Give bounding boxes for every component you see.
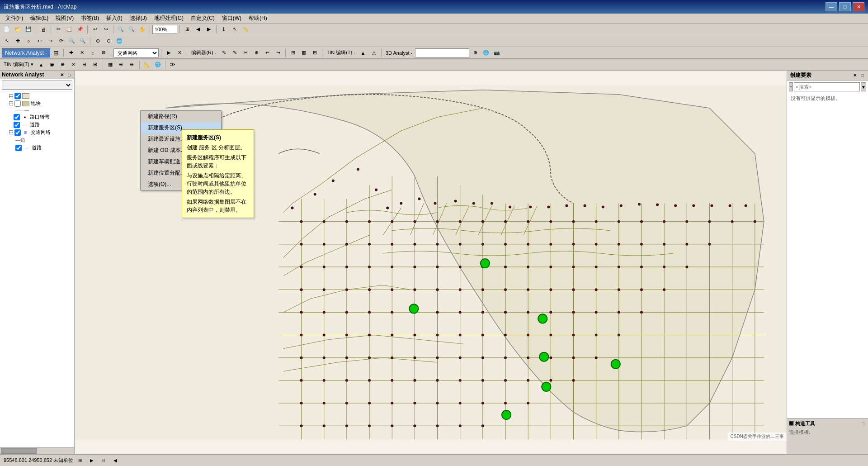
- menu-select[interactable]: 选择(J): [126, 14, 151, 23]
- status-btn-1[interactable]: ⊞: [75, 456, 85, 466]
- right-panel-close[interactable]: ✕: [852, 72, 858, 79]
- toc-check-1[interactable]: [14, 93, 21, 99]
- edit-btn-6[interactable]: ↪: [273, 48, 283, 58]
- na-remove-btn[interactable]: ✕: [77, 48, 87, 58]
- edit-btn-5[interactable]: ↩: [262, 48, 272, 58]
- na-add-btn[interactable]: ✚: [66, 48, 76, 58]
- status-btn-4[interactable]: ◀: [110, 456, 120, 466]
- construct-expand-btn[interactable]: □: [860, 421, 866, 427]
- right-panel-float[interactable]: □: [859, 72, 865, 79]
- tin-btn-1[interactable]: ▲: [358, 48, 368, 58]
- minimize-button[interactable]: —: [826, 2, 837, 11]
- copy-button[interactable]: 📋: [64, 24, 74, 34]
- pan-button[interactable]: ✋: [137, 24, 147, 34]
- tin-btn-2[interactable]: △: [369, 48, 379, 58]
- toc-check-junction[interactable]: [14, 114, 20, 120]
- open-button[interactable]: 📂: [13, 24, 23, 34]
- edit-btn-4[interactable]: ⊕: [251, 48, 261, 58]
- print-button[interactable]: 🖨: [38, 24, 48, 34]
- prev-extent-button[interactable]: ◀: [193, 24, 203, 34]
- toc-check-2[interactable]: [14, 100, 21, 107]
- tool-btn-4[interactable]: ↩: [34, 36, 44, 46]
- redo-button[interactable]: ↪: [101, 24, 111, 34]
- panel-close-btn[interactable]: ✕: [59, 71, 65, 78]
- menu-view[interactable]: 视图(V): [52, 14, 77, 23]
- menu-customize[interactable]: 自定义(C): [187, 14, 218, 23]
- toc-item-network[interactable]: — ⊞ 交通网络: [1, 128, 73, 136]
- tool-btn-10[interactable]: ⊖: [104, 36, 113, 46]
- tin2-btn-5[interactable]: ⊟: [80, 60, 90, 70]
- na-props-btn[interactable]: ⚙: [99, 48, 108, 58]
- panel-float-btn[interactable]: □: [66, 71, 72, 78]
- status-btn-2[interactable]: ▶: [87, 456, 97, 466]
- toc-check-road1[interactable]: [14, 122, 20, 128]
- toc-expand-net[interactable]: —: [8, 130, 14, 135]
- paste-button[interactable]: 📌: [75, 24, 85, 34]
- left-panel-scrollbar[interactable]: [0, 447, 74, 454]
- na-menu-button[interactable]: Network Analyst -: [2, 48, 50, 57]
- menu-insert[interactable]: 插入(I): [103, 14, 126, 23]
- toc-item-road2[interactable]: — 道路: [1, 144, 73, 152]
- menu-geoprocessing[interactable]: 地理处理(G): [151, 14, 187, 23]
- maximize-button[interactable]: □: [839, 2, 851, 11]
- 3d-input[interactable]: [415, 48, 469, 57]
- toc-check-road2[interactable]: [15, 145, 22, 151]
- tool-btn-5[interactable]: ↪: [45, 36, 55, 46]
- zoom-input[interactable]: 100%: [152, 25, 177, 34]
- save-button[interactable]: 💾: [24, 24, 33, 34]
- menu-window[interactable]: 窗口(W): [218, 14, 245, 23]
- cut-button[interactable]: ✂: [53, 24, 63, 34]
- edit-btn-2[interactable]: ✎: [230, 48, 240, 58]
- search-button[interactable]: ▼: [861, 82, 866, 91]
- toc-check-network[interactable]: [14, 129, 21, 136]
- menu-file[interactable]: 文件(F): [2, 14, 27, 23]
- undo-button[interactable]: ↩: [90, 24, 100, 34]
- tin-label[interactable]: TIN 编辑(T) -: [325, 49, 357, 56]
- tool-btn-8[interactable]: 🔍: [78, 36, 88, 46]
- scroll-thumb[interactable]: [1, 448, 37, 454]
- tool-btn-6[interactable]: ⟳: [56, 36, 66, 46]
- tool-btn-9[interactable]: ⊕: [93, 36, 103, 46]
- tin2-btn-6[interactable]: ⊞: [90, 60, 100, 70]
- menu-edit[interactable]: 编辑(E): [27, 14, 52, 23]
- editor-label[interactable]: 编辑器(R) -: [189, 49, 218, 56]
- edit-btn-1[interactable]: ✎: [219, 48, 229, 58]
- tin2-btn-3[interactable]: ⊕: [58, 60, 68, 70]
- expand-right-btn[interactable]: ≫: [168, 60, 178, 70]
- na-icon-btn[interactable]: ⊞: [51, 48, 61, 58]
- tin2-btn-9[interactable]: ⊖: [127, 60, 137, 70]
- next-extent-button[interactable]: ▶: [204, 24, 214, 34]
- search-input[interactable]: [794, 82, 860, 91]
- tool-btn-7[interactable]: 🔍: [67, 36, 77, 46]
- na-solve-btn[interactable]: ▶: [164, 48, 174, 58]
- tin2-btn-8[interactable]: ⊕: [116, 60, 126, 70]
- toc-group-1[interactable]: —: [1, 92, 73, 100]
- close-button[interactable]: ✕: [853, 2, 864, 11]
- identify-button[interactable]: ℹ: [219, 24, 229, 34]
- menu-help[interactable]: 帮助(H): [245, 14, 271, 23]
- 3d-label[interactable]: 3D Analyst -: [384, 50, 414, 56]
- full-extent-button[interactable]: ⊞: [182, 24, 192, 34]
- measure-button[interactable]: 📏: [241, 24, 250, 34]
- toc-expand-2[interactable]: —: [8, 101, 14, 106]
- toc-group-2[interactable]: — 地块: [1, 100, 73, 107]
- zoom-in-button[interactable]: 🔍: [116, 24, 126, 34]
- zoom-out-button[interactable]: 🔍: [127, 24, 137, 34]
- na-layer-select[interactable]: [2, 81, 72, 90]
- edit-btn-9[interactable]: ⊞: [310, 48, 320, 58]
- filter-icon[interactable]: ≡: [789, 82, 793, 91]
- menu-new-route[interactable]: 新建路径(R): [141, 111, 221, 122]
- status-btn-3[interactable]: ⏸: [99, 456, 108, 466]
- edit-btn-8[interactable]: ▦: [299, 48, 309, 58]
- tin2-btn-10[interactable]: 📐: [142, 60, 152, 70]
- tin2-btn-2[interactable]: ◉: [47, 60, 57, 70]
- select-button[interactable]: ↖: [230, 24, 240, 34]
- tin2-btn-1[interactable]: ▲: [36, 60, 46, 70]
- toc-item-road1[interactable]: — 道路: [1, 121, 73, 128]
- na-clear-btn[interactable]: ✕: [175, 48, 184, 58]
- tin2-btn-4[interactable]: ✕: [69, 60, 79, 70]
- 3d-btn-1[interactable]: ⊕: [470, 48, 480, 58]
- tin2-btn-11[interactable]: 🌐: [153, 60, 163, 70]
- edit-btn-3[interactable]: ✂: [241, 48, 250, 58]
- tool-btn-globe[interactable]: 🌐: [114, 36, 124, 46]
